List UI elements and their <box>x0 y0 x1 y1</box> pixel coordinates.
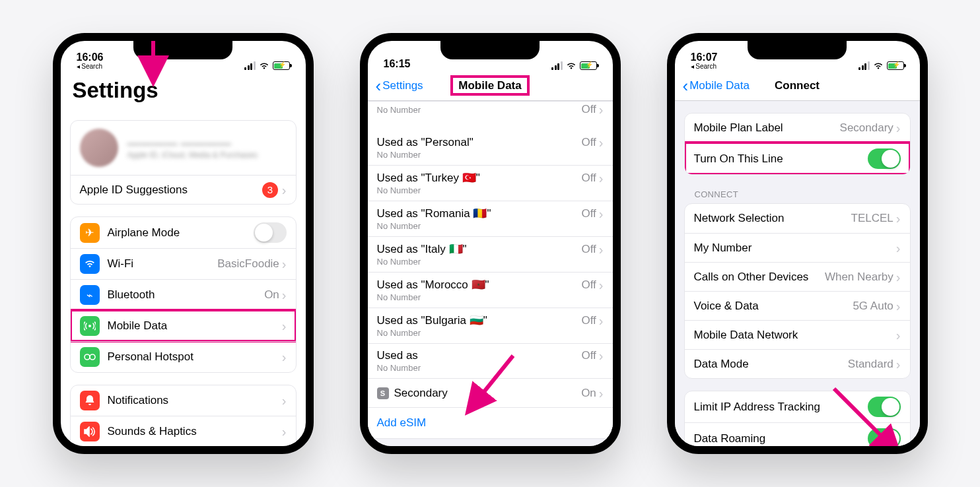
phone-mobile-data: 16:15 ⚡ ‹ Settings Mobile Data No Number… <box>360 33 621 454</box>
limit-ip-toggle[interactable] <box>868 397 901 417</box>
chevron-right-icon: › <box>896 271 901 284</box>
airplane-icon: ✈︎ <box>80 223 100 243</box>
turn-on-line-toggle[interactable] <box>868 148 901 169</box>
chevron-right-icon: › <box>599 387 604 400</box>
wifi-icon <box>873 62 884 70</box>
svg-point-3 <box>90 354 95 360</box>
back-button[interactable]: ‹ Settings <box>376 77 423 94</box>
chevron-right-icon: › <box>896 329 901 342</box>
status-bar: 16:06 ◂ Search ⚡ <box>61 41 306 71</box>
chevron-right-icon: › <box>599 172 604 185</box>
page-title: Mobile Data <box>450 75 529 96</box>
avatar <box>80 129 118 167</box>
breadcrumb-back[interactable]: ◂ Search <box>691 63 717 71</box>
section-header: CONNECT <box>675 175 920 203</box>
chevron-right-icon: › <box>599 243 604 256</box>
battery-icon: ⚡ <box>273 61 290 70</box>
chevron-right-icon: › <box>282 350 287 364</box>
hotspot-row[interactable]: Personal Hotspot › <box>71 341 296 372</box>
cellular-signal-icon <box>244 61 256 70</box>
status-bar: 16:15 ⚡ <box>368 41 613 71</box>
chevron-right-icon: › <box>282 319 287 333</box>
phone-connect: 16:07 ◂ Search ⚡ ‹ Mobile Data Connect M… <box>667 33 928 454</box>
mobile-plan-label-row[interactable]: Mobile Plan Label Secondary › <box>685 114 910 143</box>
data-mode-row[interactable]: Data Mode Standard › <box>685 349 910 378</box>
mobile-data-row[interactable]: Mobile Data › <box>71 310 296 341</box>
sim-line-row[interactable]: Used as "Romania 🇷🇴"Off›No Number <box>368 201 613 236</box>
chevron-left-icon: ‹ <box>376 77 382 94</box>
phone-settings: 16:06 ◂ Search ⚡ Settings ———— ———— Appl… <box>53 33 314 454</box>
chevron-right-icon: › <box>599 314 604 327</box>
navbar: ‹ Mobile Data Connect <box>675 71 920 101</box>
cellular-signal-icon <box>551 61 563 70</box>
chevron-right-icon: › <box>599 278 604 292</box>
badge-count: 3 <box>262 182 278 198</box>
speaker-icon <box>80 422 100 441</box>
battery-icon: ⚡ <box>887 61 904 70</box>
airplane-mode-row[interactable]: ✈︎ Airplane Mode <box>71 217 296 248</box>
limit-ip-tracking-row[interactable]: Limit IP Address Tracking <box>685 391 910 422</box>
bluetooth-row[interactable]: ⌁ Bluetooth On › <box>71 279 296 310</box>
chevron-right-icon: › <box>896 121 901 135</box>
svg-point-1 <box>88 325 91 327</box>
wifi-icon <box>259 62 269 70</box>
sim-line-row[interactable]: Used as "Bulgaria 🇧🇬"Off›No Number <box>368 308 613 343</box>
chevron-right-icon: › <box>282 425 287 438</box>
status-time: 16:15 <box>384 59 411 70</box>
back-button[interactable]: ‹ Mobile Data <box>683 77 750 94</box>
chevron-right-icon: › <box>896 300 901 313</box>
status-time: 16:07 <box>691 52 718 63</box>
status-time: 16:06 <box>77 52 104 63</box>
bluetooth-icon: ⌁ <box>80 285 100 305</box>
page-title: Settings <box>61 71 306 108</box>
data-roaming-toggle[interactable] <box>868 428 901 446</box>
chevron-right-icon: › <box>282 183 287 197</box>
battery-icon: ⚡ <box>580 61 597 70</box>
sounds-row[interactable]: Sounds & Haptics › <box>71 416 296 446</box>
chevron-left-icon: ‹ <box>683 77 689 94</box>
network-selection-row[interactable]: Network Selection TELCEL › <box>685 204 910 233</box>
chevron-right-icon: › <box>282 394 287 407</box>
sim-line-row[interactable]: No Number Off › <box>368 102 613 131</box>
sim-line-row[interactable]: Used as "Personal"Off›No Number <box>368 131 613 165</box>
sim-badge: S <box>377 387 389 399</box>
hotspot-icon <box>80 347 100 367</box>
voice-data-row[interactable]: Voice & Data 5G Auto › <box>685 291 910 320</box>
chevron-right-icon: › <box>896 242 901 255</box>
sim-line-row[interactable]: SSecondaryOn› <box>368 378 613 407</box>
breadcrumb-back[interactable]: ◂ Search <box>77 63 102 71</box>
antenna-icon <box>80 316 100 336</box>
sim-line-row[interactable]: Used asOff›No Number <box>368 343 613 378</box>
bell-icon <box>80 391 100 410</box>
cellular-signal-icon <box>858 61 870 70</box>
sim-line-row[interactable]: Used as "Turkey 🇹🇷"Off›No Number <box>368 165 613 201</box>
calls-on-other-devices-row[interactable]: Calls on Other Devices When Nearby › <box>685 262 910 291</box>
airplane-toggle[interactable] <box>254 222 287 243</box>
wifi-settings-icon <box>80 254 100 274</box>
my-number-row[interactable]: My Number › <box>685 233 910 262</box>
sim-line-row[interactable]: Used as "Morocco 🇲🇦"Off›No Number <box>368 272 613 308</box>
turn-on-line-row[interactable]: Turn On This Line <box>685 143 910 174</box>
apple-id-suggestions-row[interactable]: Apple ID Suggestions 3 › <box>71 175 296 204</box>
notifications-row[interactable]: Notifications › <box>71 385 296 416</box>
profile-row[interactable]: ———— ———— Apple ID, iCloud, Media & Purc… <box>71 121 296 175</box>
chevron-right-icon: › <box>896 358 901 371</box>
wifi-row[interactable]: Wi-Fi BasicFoodie › <box>71 248 296 279</box>
add-esim-button[interactable]: Add eSIM <box>368 407 613 438</box>
navbar: ‹ Settings Mobile Data <box>368 71 613 101</box>
chevron-right-icon: › <box>282 288 287 302</box>
data-roaming-row[interactable]: Data Roaming <box>685 422 910 446</box>
chevron-right-icon: › <box>599 349 604 362</box>
section-header: MOBILE DATA FOR SECONDARY <box>368 439 613 446</box>
svg-point-2 <box>85 354 90 360</box>
wifi-icon <box>566 62 577 70</box>
chevron-right-icon: › <box>896 212 901 225</box>
chevron-right-icon: › <box>599 207 604 220</box>
chevron-right-icon: › <box>599 136 604 149</box>
chevron-right-icon: › <box>282 257 287 271</box>
mobile-data-network-row[interactable]: Mobile Data Network › <box>685 320 910 349</box>
status-bar: 16:07 ◂ Search ⚡ <box>675 41 920 71</box>
chevron-right-icon: › <box>599 103 604 116</box>
sim-line-row[interactable]: Used as "Italy 🇮🇹"Off›No Number <box>368 236 613 272</box>
